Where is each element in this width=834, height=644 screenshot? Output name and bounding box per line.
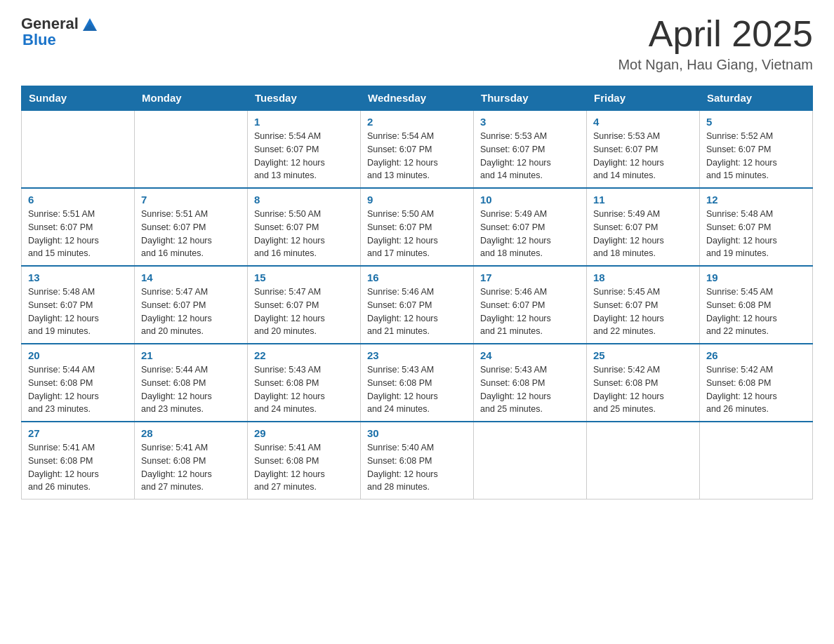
day-info: Sunrise: 5:48 AM Sunset: 6:07 PM Dayligh… [706,208,806,260]
day-number: 21 [141,349,241,361]
calendar-cell: 23Sunrise: 5:43 AM Sunset: 6:08 PM Dayli… [361,344,474,422]
calendar-cell: 21Sunrise: 5:44 AM Sunset: 6:08 PM Dayli… [135,344,248,422]
calendar-week-row: 6Sunrise: 5:51 AM Sunset: 6:07 PM Daylig… [22,188,813,266]
logo: General Blue [21,14,100,49]
calendar-cell [700,422,813,499]
calendar-cell: 10Sunrise: 5:49 AM Sunset: 6:07 PM Dayli… [474,188,587,266]
month-title: April 2025 [618,14,813,54]
day-info: Sunrise: 5:53 AM Sunset: 6:07 PM Dayligh… [480,130,580,182]
day-number: 28 [141,427,241,439]
day-number: 25 [593,349,693,361]
day-info: Sunrise: 5:46 AM Sunset: 6:07 PM Dayligh… [480,286,580,338]
day-info: Sunrise: 5:51 AM Sunset: 6:07 PM Dayligh… [141,208,241,260]
day-info: Sunrise: 5:43 AM Sunset: 6:08 PM Dayligh… [254,363,354,416]
calendar-cell: 19Sunrise: 5:45 AM Sunset: 6:08 PM Dayli… [700,266,813,344]
calendar-cell: 13Sunrise: 5:48 AM Sunset: 6:07 PM Dayli… [22,266,135,344]
calendar-cell: 29Sunrise: 5:41 AM Sunset: 6:08 PM Dayli… [248,422,361,499]
day-info: Sunrise: 5:52 AM Sunset: 6:07 PM Dayligh… [706,130,806,182]
calendar-cell [135,110,248,188]
day-number: 3 [480,116,580,128]
day-number: 12 [706,194,806,206]
day-info: Sunrise: 5:45 AM Sunset: 6:07 PM Dayligh… [593,286,693,338]
weekday-header-saturday: Saturday [700,86,813,111]
weekday-header-thursday: Thursday [474,86,587,111]
calendar-cell: 26Sunrise: 5:42 AM Sunset: 6:08 PM Dayli… [700,344,813,422]
calendar-cell: 1Sunrise: 5:54 AM Sunset: 6:07 PM Daylig… [248,110,361,188]
calendar-cell: 15Sunrise: 5:47 AM Sunset: 6:07 PM Dayli… [248,266,361,344]
day-number: 10 [480,194,580,206]
day-number: 23 [367,349,467,361]
calendar-cell: 30Sunrise: 5:40 AM Sunset: 6:08 PM Dayli… [361,422,474,499]
weekday-header-sunday: Sunday [22,86,135,111]
day-number: 18 [593,271,693,283]
day-info: Sunrise: 5:51 AM Sunset: 6:07 PM Dayligh… [28,208,128,260]
calendar-cell: 12Sunrise: 5:48 AM Sunset: 6:07 PM Dayli… [700,188,813,266]
day-info: Sunrise: 5:54 AM Sunset: 6:07 PM Dayligh… [254,130,354,182]
weekday-header-row: SundayMondayTuesdayWednesdayThursdayFrid… [22,86,813,111]
calendar-week-row: 1Sunrise: 5:54 AM Sunset: 6:07 PM Daylig… [22,110,813,188]
calendar-cell: 24Sunrise: 5:43 AM Sunset: 6:08 PM Dayli… [474,344,587,422]
day-number: 16 [367,271,467,283]
day-info: Sunrise: 5:44 AM Sunset: 6:08 PM Dayligh… [141,363,241,416]
day-info: Sunrise: 5:42 AM Sunset: 6:08 PM Dayligh… [706,363,806,416]
day-info: Sunrise: 5:44 AM Sunset: 6:08 PM Dayligh… [28,363,128,416]
calendar-cell: 4Sunrise: 5:53 AM Sunset: 6:07 PM Daylig… [587,110,700,188]
day-number: 5 [706,116,806,128]
day-info: Sunrise: 5:43 AM Sunset: 6:08 PM Dayligh… [480,363,580,416]
day-number: 19 [706,271,806,283]
day-number: 14 [141,271,241,283]
day-info: Sunrise: 5:40 AM Sunset: 6:08 PM Dayligh… [367,441,467,494]
calendar-week-row: 13Sunrise: 5:48 AM Sunset: 6:07 PM Dayli… [22,266,813,344]
title-block: April 2025 Mot Ngan, Hau Giang, Vietnam [618,14,813,73]
calendar-cell: 27Sunrise: 5:41 AM Sunset: 6:08 PM Dayli… [22,422,135,499]
day-info: Sunrise: 5:50 AM Sunset: 6:07 PM Dayligh… [367,208,467,260]
calendar-cell: 18Sunrise: 5:45 AM Sunset: 6:07 PM Dayli… [587,266,700,344]
day-number: 24 [480,349,580,361]
day-info: Sunrise: 5:49 AM Sunset: 6:07 PM Dayligh… [480,208,580,260]
calendar-cell: 25Sunrise: 5:42 AM Sunset: 6:08 PM Dayli… [587,344,700,422]
calendar-cell: 11Sunrise: 5:49 AM Sunset: 6:07 PM Dayli… [587,188,700,266]
day-number: 22 [254,349,354,361]
day-info: Sunrise: 5:54 AM Sunset: 6:07 PM Dayligh… [367,130,467,182]
calendar-cell: 16Sunrise: 5:46 AM Sunset: 6:07 PM Dayli… [361,266,474,344]
day-number: 1 [254,116,354,128]
day-info: Sunrise: 5:47 AM Sunset: 6:07 PM Dayligh… [254,286,354,338]
calendar-cell: 28Sunrise: 5:41 AM Sunset: 6:08 PM Dayli… [135,422,248,499]
day-info: Sunrise: 5:41 AM Sunset: 6:08 PM Dayligh… [141,441,241,494]
weekday-header-wednesday: Wednesday [361,86,474,111]
day-number: 7 [141,194,241,206]
location-subtitle: Mot Ngan, Hau Giang, Vietnam [618,57,813,73]
calendar-cell: 9Sunrise: 5:50 AM Sunset: 6:07 PM Daylig… [361,188,474,266]
calendar-cell: 8Sunrise: 5:50 AM Sunset: 6:07 PM Daylig… [248,188,361,266]
day-number: 9 [367,194,467,206]
day-info: Sunrise: 5:53 AM Sunset: 6:07 PM Dayligh… [593,130,693,182]
calendar-cell [587,422,700,499]
weekday-header-monday: Monday [135,86,248,111]
calendar-table: SundayMondayTuesdayWednesdayThursdayFrid… [21,86,813,499]
calendar-cell: 5Sunrise: 5:52 AM Sunset: 6:07 PM Daylig… [700,110,813,188]
calendar-cell [474,422,587,499]
calendar-week-row: 20Sunrise: 5:44 AM Sunset: 6:08 PM Dayli… [22,344,813,422]
day-number: 8 [254,194,354,206]
day-number: 6 [28,194,128,206]
day-info: Sunrise: 5:41 AM Sunset: 6:08 PM Dayligh… [28,441,128,494]
calendar-cell: 17Sunrise: 5:46 AM Sunset: 6:07 PM Dayli… [474,266,587,344]
day-number: 13 [28,271,128,283]
weekday-header-tuesday: Tuesday [248,86,361,111]
calendar-cell: 3Sunrise: 5:53 AM Sunset: 6:07 PM Daylig… [474,110,587,188]
calendar-cell: 6Sunrise: 5:51 AM Sunset: 6:07 PM Daylig… [22,188,135,266]
calendar-cell: 14Sunrise: 5:47 AM Sunset: 6:07 PM Dayli… [135,266,248,344]
day-info: Sunrise: 5:50 AM Sunset: 6:07 PM Dayligh… [254,208,354,260]
logo-blue-text: Blue [22,31,56,49]
day-info: Sunrise: 5:48 AM Sunset: 6:07 PM Dayligh… [28,286,128,338]
page-header: General Blue April 2025 Mot Ngan, Hau Gi… [21,14,813,73]
day-number: 29 [254,427,354,439]
logo-triangle-icon [80,14,100,34]
day-info: Sunrise: 5:43 AM Sunset: 6:08 PM Dayligh… [367,363,467,416]
day-info: Sunrise: 5:41 AM Sunset: 6:08 PM Dayligh… [254,441,354,494]
day-info: Sunrise: 5:42 AM Sunset: 6:08 PM Dayligh… [593,363,693,416]
day-info: Sunrise: 5:46 AM Sunset: 6:07 PM Dayligh… [367,286,467,338]
day-info: Sunrise: 5:49 AM Sunset: 6:07 PM Dayligh… [593,208,693,260]
calendar-cell [22,110,135,188]
day-number: 15 [254,271,354,283]
